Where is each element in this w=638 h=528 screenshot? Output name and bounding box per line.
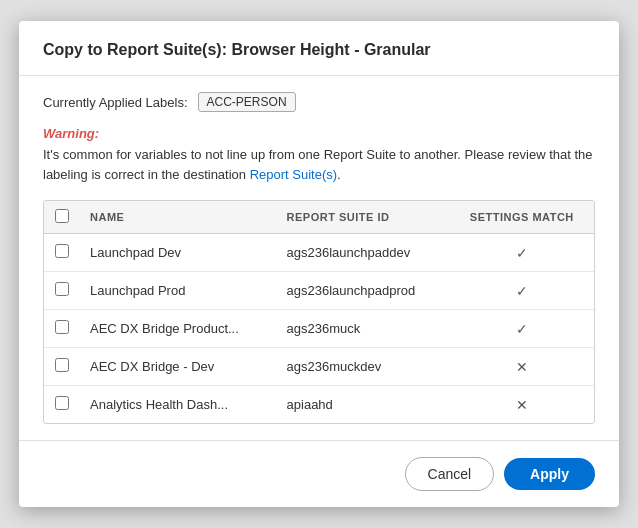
- dialog-footer: Cancel Apply: [19, 440, 619, 507]
- select-all-checkbox[interactable]: [55, 209, 69, 223]
- check-icon: ✓: [516, 283, 528, 299]
- report-suite-table-container: NAME REPORT SUITE ID SETTINGS MATCH Laun…: [43, 200, 595, 424]
- row-settings-match: ✓: [450, 234, 594, 272]
- row-report-suite-id: ags236muckdev: [277, 348, 450, 386]
- row-name: Analytics Health Dash...: [80, 386, 277, 424]
- row-settings-match: ✕: [450, 386, 594, 424]
- row-checkbox[interactable]: [55, 282, 69, 296]
- check-icon: ✓: [516, 321, 528, 337]
- apply-button[interactable]: Apply: [504, 458, 595, 490]
- table-header-row: NAME REPORT SUITE ID SETTINGS MATCH: [44, 201, 594, 234]
- name-column-header: NAME: [80, 201, 277, 234]
- table-row: Launchpad Prodags236launchpadprod✓: [44, 272, 594, 310]
- cross-icon: ✕: [516, 397, 528, 413]
- report-suite-id-column-header: REPORT SUITE ID: [277, 201, 450, 234]
- row-checkbox-cell: [44, 348, 80, 386]
- row-checkbox-cell: [44, 386, 80, 424]
- row-settings-match: ✓: [450, 310, 594, 348]
- row-name: AEC DX Bridge - Dev: [80, 348, 277, 386]
- copy-to-report-suite-dialog: Copy to Report Suite(s): Browser Height …: [19, 21, 619, 507]
- table-row: Launchpad Devags236launchpaddev✓: [44, 234, 594, 272]
- row-checkbox[interactable]: [55, 396, 69, 410]
- check-icon: ✓: [516, 245, 528, 261]
- cross-icon: ✕: [516, 359, 528, 375]
- table-row: AEC DX Bridge Product...ags236muck✓: [44, 310, 594, 348]
- cancel-button[interactable]: Cancel: [405, 457, 495, 491]
- row-report-suite-id: ags236launchpaddev: [277, 234, 450, 272]
- warning-title: Warning:: [43, 126, 595, 141]
- row-checkbox-cell: [44, 310, 80, 348]
- row-settings-match: ✕: [450, 348, 594, 386]
- row-checkbox[interactable]: [55, 358, 69, 372]
- warning-link[interactable]: Report Suite(s): [250, 167, 337, 182]
- dialog-title: Copy to Report Suite(s): Browser Height …: [43, 41, 595, 59]
- dialog-header: Copy to Report Suite(s): Browser Height …: [19, 21, 619, 76]
- warning-block: Warning: It's common for variables to no…: [43, 126, 595, 184]
- table-row: Analytics Health Dash...apiaahd✕: [44, 386, 594, 424]
- row-name: Launchpad Dev: [80, 234, 277, 272]
- row-report-suite-id: apiaahd: [277, 386, 450, 424]
- labels-row: Currently Applied Labels: ACC-PERSON: [43, 92, 595, 112]
- row-checkbox[interactable]: [55, 320, 69, 334]
- row-report-suite-id: ags236launchpadprod: [277, 272, 450, 310]
- settings-match-column-header: SETTINGS MATCH: [450, 201, 594, 234]
- row-report-suite-id: ags236muck: [277, 310, 450, 348]
- row-checkbox[interactable]: [55, 244, 69, 258]
- dialog-body: Currently Applied Labels: ACC-PERSON War…: [19, 76, 619, 440]
- select-all-header: [44, 201, 80, 234]
- row-checkbox-cell: [44, 234, 80, 272]
- row-name: Launchpad Prod: [80, 272, 277, 310]
- label-badge: ACC-PERSON: [198, 92, 296, 112]
- row-checkbox-cell: [44, 272, 80, 310]
- warning-text: It's common for variables to not line up…: [43, 145, 595, 184]
- report-suite-table: NAME REPORT SUITE ID SETTINGS MATCH Laun…: [44, 201, 594, 423]
- labels-prefix: Currently Applied Labels:: [43, 95, 188, 110]
- table-row: AEC DX Bridge - Devags236muckdev✕: [44, 348, 594, 386]
- row-name: AEC DX Bridge Product...: [80, 310, 277, 348]
- row-settings-match: ✓: [450, 272, 594, 310]
